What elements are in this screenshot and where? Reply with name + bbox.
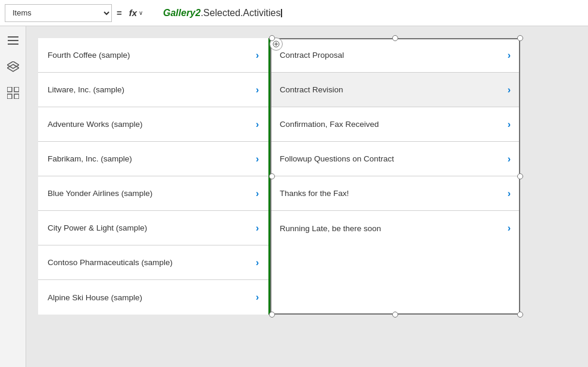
item-label: Alpine Ski House (sample) bbox=[48, 293, 142, 302]
item-label: Contoso Pharmaceuticals (sample) bbox=[48, 258, 173, 267]
list-item[interactable]: Blue Yonder Airlines (sample) › bbox=[38, 176, 268, 211]
chevron-right-icon: › bbox=[508, 223, 511, 234]
chevron-right-icon: › bbox=[256, 257, 259, 268]
list-item[interactable]: Litware, Inc. (sample) › bbox=[38, 73, 268, 107]
handle-top-boundary[interactable] bbox=[269, 35, 275, 41]
handle-bottom-right[interactable] bbox=[517, 312, 523, 318]
chevron-right-icon: › bbox=[508, 188, 511, 199]
handle-bottom-center[interactable] bbox=[392, 312, 398, 318]
svg-rect-8 bbox=[14, 94, 19, 99]
item-label: Blue Yonder Airlines (sample) bbox=[48, 189, 152, 198]
item-label: Confirmation, Fax Received bbox=[280, 120, 379, 129]
svg-rect-2 bbox=[8, 43, 18, 45]
chevron-right-icon: › bbox=[256, 50, 259, 61]
chevron-right-icon: › bbox=[256, 85, 259, 95]
hamburger-menu-icon[interactable] bbox=[6, 33, 20, 48]
chevron-right-icon: › bbox=[256, 188, 259, 199]
formula-rest-part: .Selected.Activities bbox=[201, 8, 280, 18]
layers-icon[interactable] bbox=[6, 60, 20, 74]
formula-bar: Items = fx ∨ Gallery2 .Selected.Activiti… bbox=[0, 0, 588, 26]
gallery-left: Fourth Coffee (sample) › Litware, Inc. (… bbox=[38, 38, 270, 315]
list-item[interactable]: Thanks for the Fax! › bbox=[270, 176, 520, 211]
item-label: Followup Questions on Contract bbox=[280, 154, 394, 163]
chevron-right-icon: › bbox=[508, 154, 511, 164]
svg-rect-7 bbox=[7, 94, 12, 99]
gallery-right: Contract Proposal › Contract Revision › … bbox=[270, 38, 520, 315]
list-item[interactable]: City Power & Light (sample) › bbox=[38, 211, 268, 245]
handle-top-center[interactable] bbox=[392, 35, 398, 41]
item-label: Adventure Works (sample) bbox=[48, 120, 143, 129]
svg-rect-6 bbox=[14, 87, 19, 92]
list-item[interactable]: Running Late, be there soon › bbox=[270, 211, 520, 245]
svg-marker-3 bbox=[7, 61, 19, 69]
list-item[interactable]: Adventure Works (sample) › bbox=[38, 107, 268, 142]
property-selector-area: Items = fx ∨ bbox=[5, 4, 159, 22]
item-label: Contract Proposal bbox=[280, 51, 344, 60]
chevron-right-icon: › bbox=[508, 85, 511, 95]
handle-middle-right[interactable] bbox=[517, 173, 523, 179]
handle-mid-boundary[interactable] bbox=[269, 173, 275, 179]
property-select[interactable]: Items bbox=[5, 4, 112, 22]
chevron-right-icon: › bbox=[508, 119, 511, 130]
handle-bottom-boundary[interactable] bbox=[269, 312, 275, 318]
galleries-container: Fourth Coffee (sample) › Litware, Inc. (… bbox=[38, 38, 520, 315]
chevron-right-icon: › bbox=[256, 292, 259, 303]
item-label: Fourth Coffee (sample) bbox=[48, 51, 130, 60]
formula-code-part: Gallery2 bbox=[163, 8, 201, 18]
list-item[interactable]: Followup Questions on Contract › bbox=[270, 142, 520, 176]
list-item[interactable]: Contoso Pharmaceuticals (sample) › bbox=[38, 245, 268, 280]
item-label: Thanks for the Fax! bbox=[280, 189, 349, 198]
fx-button[interactable]: fx ∨ bbox=[127, 7, 145, 19]
svg-rect-5 bbox=[7, 87, 12, 92]
svg-rect-1 bbox=[8, 40, 18, 41]
fx-chevron-icon: ∨ bbox=[139, 10, 143, 16]
chevron-right-icon: › bbox=[256, 154, 259, 164]
chevron-right-icon: › bbox=[508, 50, 511, 61]
canvas: Fourth Coffee (sample) › Litware, Inc. (… bbox=[26, 26, 588, 367]
item-label: Fabrikam, Inc. (sample) bbox=[48, 154, 132, 163]
chevron-right-icon: › bbox=[256, 119, 259, 130]
item-label: Contract Revision bbox=[280, 85, 343, 94]
text-cursor bbox=[281, 9, 282, 17]
list-item[interactable]: Confirmation, Fax Received › bbox=[270, 107, 520, 142]
list-item[interactable]: Contract Proposal › bbox=[270, 38, 520, 73]
chevron-right-icon: › bbox=[256, 223, 259, 234]
list-item[interactable]: Fabrikam, Inc. (sample) › bbox=[38, 142, 268, 176]
list-item[interactable]: Fourth Coffee (sample) › bbox=[38, 38, 268, 73]
list-item[interactable]: Alpine Ski House (sample) › bbox=[38, 280, 268, 315]
main-area: Fourth Coffee (sample) › Litware, Inc. (… bbox=[0, 26, 588, 367]
fx-label: fx bbox=[129, 8, 137, 18]
item-label: Litware, Inc. (sample) bbox=[48, 85, 124, 94]
list-item[interactable]: Contract Revision › bbox=[270, 73, 520, 107]
sidebar bbox=[0, 26, 26, 367]
item-label: City Power & Light (sample) bbox=[48, 223, 147, 232]
svg-rect-0 bbox=[8, 36, 18, 38]
formula-input-area[interactable]: Gallery2 .Selected.Activities bbox=[163, 8, 583, 18]
components-icon[interactable] bbox=[6, 86, 20, 100]
equals-sign: = bbox=[117, 8, 122, 18]
item-label: Running Late, be there soon bbox=[280, 224, 381, 233]
svg-marker-4 bbox=[7, 64, 19, 71]
handle-top-right[interactable] bbox=[517, 35, 523, 41]
